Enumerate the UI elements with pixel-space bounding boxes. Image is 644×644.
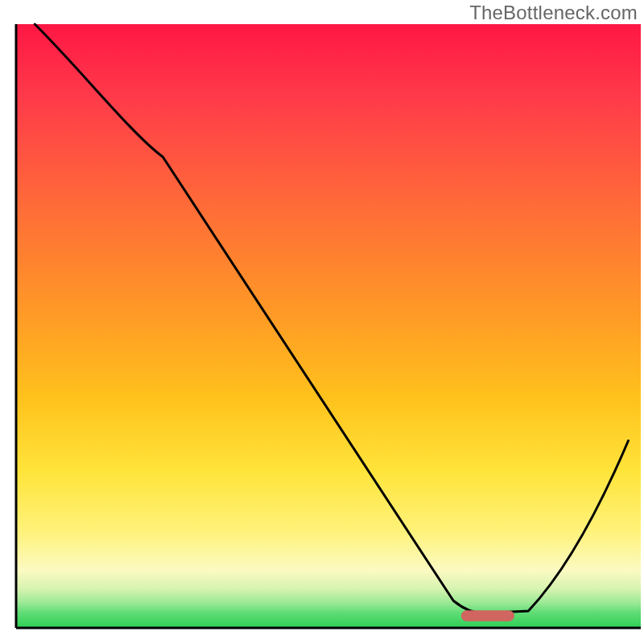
chart-canvas [0, 0, 644, 644]
plot-background [16, 24, 641, 628]
bottleneck-chart: TheBottleneck.com [0, 0, 644, 644]
watermark-text: TheBottleneck.com [469, 2, 638, 24]
optimal-marker [461, 610, 514, 621]
